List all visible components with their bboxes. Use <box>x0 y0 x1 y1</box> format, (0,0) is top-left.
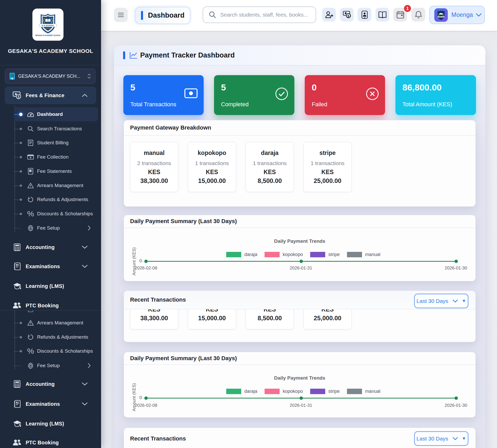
svg-text:G.A SCHOOL: G.A SCHOOL <box>42 24 54 27</box>
svg-text:$: $ <box>347 14 349 18</box>
svg-text:ESTD 2024: ESTD 2024 <box>45 28 51 29</box>
svg-text:GREAT KIDS: GREAT KIDS <box>438 16 444 17</box>
svg-text:$: $ <box>18 95 20 99</box>
svg-text:GESAKA'S ACADEMY SCHOOL: GESAKA'S ACADEMY SCHOOL <box>35 34 61 36</box>
